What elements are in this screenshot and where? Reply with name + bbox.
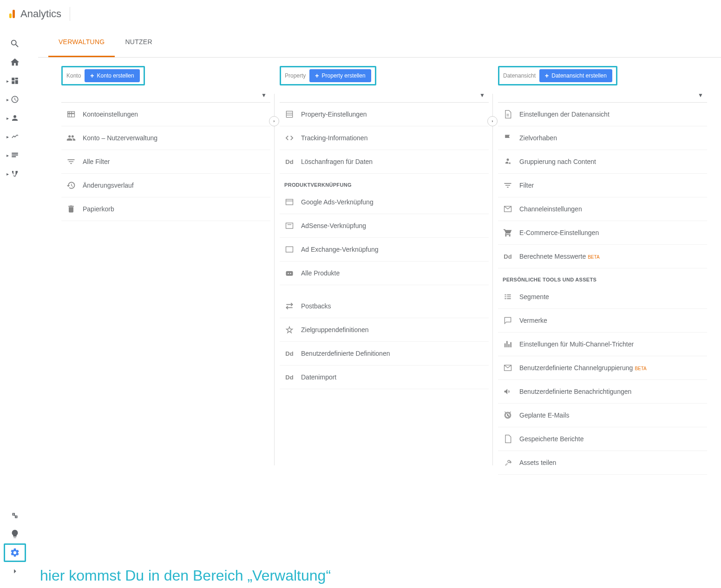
scheduled-emails-item[interactable]: Geplante E-Mails: [498, 404, 707, 427]
transfer-icon[interactable]: [269, 116, 279, 126]
acquisition-icon[interactable]: ▸: [4, 127, 26, 146]
audience-icon[interactable]: ▸: [4, 109, 26, 127]
item-label: Zielvorhaben: [519, 134, 557, 142]
behavior-icon[interactable]: ▸: [4, 146, 26, 164]
dd-icon: Dd: [284, 157, 295, 167]
realtime-icon[interactable]: ▸: [4, 90, 26, 109]
item-label: Alle Filter: [83, 158, 110, 165]
ads-icon: [284, 197, 295, 207]
item-label: Filter: [519, 182, 534, 189]
property-header: Property +Property erstellen: [280, 66, 376, 85]
item-label: Property-Einstellungen: [301, 111, 367, 118]
create-account-label: Konto erstellen: [97, 72, 134, 79]
header: Analytics: [0, 0, 721, 28]
item-label: Datenimport: [301, 373, 336, 381]
property-selector[interactable]: ▼: [280, 85, 489, 103]
tab-users[interactable]: NUTZER: [115, 28, 162, 57]
account-column: Konto +Konto erstellen ▼ Kontoeinstellun…: [61, 66, 270, 475]
item-label: E-Commerce-Einstellungen: [519, 229, 599, 236]
multi-channel-funnels-item[interactable]: Einstellungen für Multi-Channel-Trichter: [498, 333, 707, 356]
custom-alerts-item[interactable]: Benutzerdefinierte Benachrichtigungen: [498, 380, 707, 404]
home-icon[interactable]: [4, 53, 26, 72]
view-settings-item[interactable]: Einstellungen der Datenansicht: [498, 103, 707, 126]
transfer-icon[interactable]: [487, 116, 498, 126]
channel-group-icon: [503, 363, 513, 373]
create-view-button[interactable]: +Datenansicht erstellen: [539, 69, 612, 82]
history-icon: [66, 180, 76, 190]
saved-reports-item[interactable]: Gespeicherte Berichte: [498, 427, 707, 451]
share-person-icon: [503, 457, 513, 468]
analytics-logo-icon: [9, 10, 15, 18]
account-selector[interactable]: ▼: [61, 85, 270, 103]
item-label: Löschanfragen für Daten: [301, 158, 373, 165]
account-user-mgmt-item[interactable]: Konto – Nutzerverwaltung: [61, 126, 270, 150]
search-icon[interactable]: [4, 34, 26, 53]
settings-table-icon: [66, 109, 76, 119]
custom-channel-grouping-item[interactable]: Benutzerdefinierte ChannelgruppierungBET…: [498, 356, 707, 380]
all-filters-item[interactable]: Alle Filter: [61, 150, 270, 174]
create-account-button[interactable]: +Konto erstellen: [85, 69, 139, 82]
segments-icon: [503, 292, 513, 302]
users-icon: [66, 133, 76, 143]
goals-item[interactable]: Zielvorhaben: [498, 126, 707, 150]
content-grouping-item[interactable]: Gruppierung nach Content: [498, 150, 707, 174]
admin-gear-icon[interactable]: [4, 543, 26, 562]
discover-icon[interactable]: [4, 525, 26, 543]
tracking-info-item[interactable]: Tracking-Informationen: [280, 126, 489, 150]
item-label: Konto – Nutzerverwaltung: [83, 134, 157, 142]
bars-icon: [503, 339, 513, 349]
annotation-text: hier kommst Du in den Bereich „Verwaltun…: [40, 567, 331, 584]
account-settings-item[interactable]: Kontoeinstellungen: [61, 103, 270, 126]
svg-rect-0: [286, 271, 293, 276]
ecommerce-settings-item[interactable]: E-Commerce-Einstellungen: [498, 221, 707, 245]
comment-icon: [503, 315, 513, 326]
create-view-label: Datenansicht erstellen: [551, 72, 607, 79]
item-label: Geplante E-Mails: [519, 412, 569, 419]
postbacks-icon: [284, 301, 295, 311]
dd-icon: Dd: [503, 251, 513, 261]
view-selector[interactable]: ▼: [498, 85, 707, 103]
customization-icon[interactable]: ▸: [4, 72, 26, 90]
trash-item[interactable]: Papierkorb: [61, 197, 270, 221]
item-label: Channeleinstellungen: [519, 205, 582, 213]
segments-item[interactable]: Segmente: [498, 285, 707, 309]
audience-definitions-item[interactable]: Zielgruppendefinitionen: [280, 318, 489, 342]
postbacks-item[interactable]: Postbacks: [280, 294, 489, 318]
item-label: Papierkorb: [83, 205, 114, 213]
adexchange-linking-item[interactable]: Ad Exchange-Verknüpfung: [280, 238, 489, 261]
item-label: Änderungsverlauf: [83, 182, 134, 189]
person-star-icon: [503, 157, 513, 167]
google-ads-linking-item[interactable]: Google Ads-Verknüpfung: [280, 190, 489, 214]
attribution-icon[interactable]: [4, 506, 26, 525]
conversions-icon[interactable]: ▸: [4, 164, 26, 183]
create-property-button[interactable]: +Property erstellen: [309, 69, 371, 82]
item-label: Postbacks: [301, 302, 331, 310]
item-label: Benutzerdefinierte ChannelgruppierungBET…: [519, 364, 647, 372]
settings-sheet-icon: [284, 109, 295, 119]
adsense-icon: [284, 221, 295, 231]
tab-admin[interactable]: VERWALTUNG: [48, 28, 115, 57]
megaphone-icon: [503, 386, 513, 397]
data-import-item[interactable]: DdDatenimport: [280, 366, 489, 389]
all-products-item[interactable]: Alle Produkte: [280, 261, 489, 285]
account-header: Konto +Konto erstellen: [61, 66, 145, 85]
trash-icon: [66, 204, 76, 214]
change-history-item[interactable]: Änderungsverlauf: [61, 174, 270, 197]
calculated-metrics-item[interactable]: DdBerechnete MesswerteBETA: [498, 245, 707, 268]
channel-settings-item[interactable]: Channeleinstellungen: [498, 197, 707, 221]
left-nav: ▸ ▸ ▸ ▸ ▸ ▸: [0, 28, 30, 585]
app-title: Analytics: [20, 8, 61, 20]
collapse-icon[interactable]: [4, 562, 26, 581]
property-column: Property +Property erstellen ▼ Property-…: [280, 66, 489, 475]
adsense-linking-item[interactable]: AdSense-Verknüpfung: [280, 214, 489, 238]
property-settings-item[interactable]: Property-Einstellungen: [280, 103, 489, 126]
filter-icon: [66, 157, 76, 167]
filters-item[interactable]: Filter: [498, 174, 707, 197]
annotations-item[interactable]: Vermerke: [498, 309, 707, 333]
property-label: Property: [285, 72, 306, 79]
custom-definitions-item[interactable]: DdBenutzerdefinierte Definitionen: [280, 342, 489, 366]
share-assets-item[interactable]: Assets teilen: [498, 451, 707, 475]
item-label: Tracking-Informationen: [301, 134, 367, 142]
dd-icon: Dd: [284, 348, 295, 359]
data-deletion-item[interactable]: DdLöschanfragen für Daten: [280, 150, 489, 174]
